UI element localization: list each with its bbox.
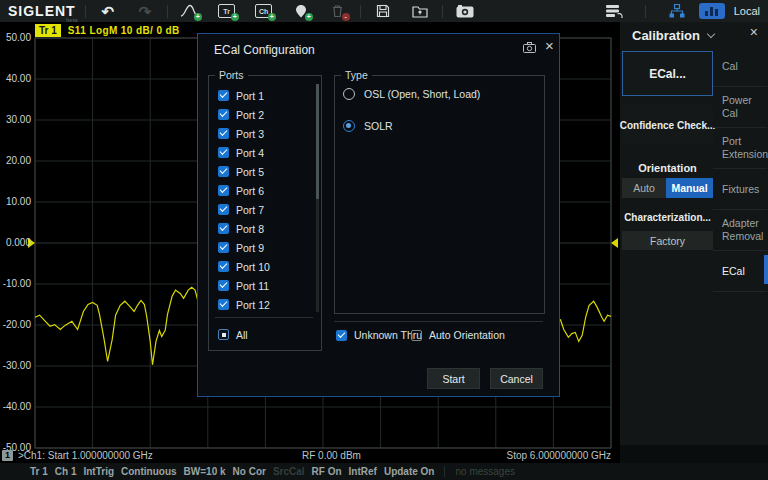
unknown-thru-checkbox-checked[interactable] [336, 330, 347, 341]
port-checkbox-checked[interactable] [218, 109, 229, 120]
trace-settings-label[interactable]: S11 LogM 10 dB/ 0 dB [68, 25, 180, 36]
port-checkbox-checked[interactable] [218, 147, 229, 158]
port-checkbox-checked[interactable] [218, 166, 229, 177]
ports-separator [215, 317, 313, 318]
toolbar-separator [85, 5, 86, 18]
sidebar-menu-item-port-extension[interactable]: Port Extension [713, 128, 767, 169]
add-marker-icon[interactable]: + [288, 2, 314, 20]
y-axis-label: 10.00 [0, 196, 31, 207]
port-checkbox-checked[interactable] [218, 261, 229, 272]
start-frequency-label[interactable]: >Ch1: Start 1.000000000 GHz [18, 450, 153, 461]
rf-power-label[interactable]: RF 0.00 dBm [302, 450, 361, 461]
status-item-tr-1[interactable]: Tr 1 [30, 466, 48, 477]
port-checkbox-checked[interactable] [218, 204, 229, 215]
confidence-check-button[interactable]: Confidence Check... [622, 105, 713, 145]
trace-badge[interactable]: Tr 1 [35, 24, 61, 37]
unknown-thru-row[interactable]: Unknown Thru [336, 328, 422, 342]
local-mode-label[interactable]: Local [734, 5, 760, 17]
remote-display-icon[interactable] [699, 3, 725, 19]
add-channel-icon[interactable]: Ch+ [251, 2, 277, 20]
sidebar-title[interactable]: Calibration [632, 28, 714, 43]
sidebar-menu-item-cal[interactable]: Cal [713, 46, 767, 87]
status-item-no-cor[interactable]: No Cor [233, 466, 266, 477]
sidebar-menu-item-adapter-removal[interactable]: Adapter Removal [713, 210, 767, 251]
type-group-label: Type [341, 69, 372, 81]
port-checkbox-row[interactable]: Port 10 [218, 257, 310, 276]
screenshot-icon[interactable] [452, 2, 478, 20]
port-label: Port 1 [236, 90, 264, 102]
y-axis-label: 30.00 [0, 114, 31, 125]
open-icon[interactable] [407, 2, 433, 20]
status-item-srccal[interactable]: SrcCal [273, 466, 305, 477]
port-checkbox-row[interactable]: Port 5 [218, 162, 310, 181]
calibration-sidebar: Calibration × ECal... Confidence Check..… [620, 22, 768, 445]
all-ports-checkbox-indeterminate[interactable] [218, 329, 229, 340]
system-stack-icon[interactable] [601, 2, 627, 20]
ecal-button[interactable]: ECal... [622, 51, 713, 96]
radio-selected[interactable] [343, 120, 355, 132]
port-checkbox-row[interactable]: Port 2 [218, 105, 310, 124]
status-item-continuous[interactable]: Continuous [121, 466, 177, 477]
port-checkbox-checked[interactable] [218, 90, 229, 101]
port-checkbox-row[interactable]: Port 4 [218, 143, 310, 162]
network-icon[interactable] [664, 2, 690, 20]
dialog-screenshot-icon[interactable] [523, 42, 536, 53]
toolbar-separator [360, 5, 361, 18]
port-checkbox-checked[interactable] [218, 280, 229, 291]
radio-unselected[interactable] [343, 88, 355, 100]
y-axis-label: 0.000 [0, 237, 31, 248]
osl-option-label: OSL (Open, Short, Load) [364, 88, 480, 100]
port-checkbox-row[interactable]: Port 6 [218, 181, 310, 200]
osl-option-row[interactable]: OSL (Open, Short, Load) [343, 88, 480, 100]
auto-orientation-checkbox-unchecked[interactable] [411, 330, 422, 341]
cancel-button[interactable]: Cancel [490, 368, 543, 389]
status-item-bw-10-k[interactable]: BW=10 k [184, 466, 226, 477]
factory-button[interactable]: Factory [622, 231, 713, 250]
sidebar-menu-item-power-cal[interactable]: Power Cal [713, 87, 767, 128]
port-checkbox-checked[interactable] [218, 242, 229, 253]
port-checkbox-row[interactable]: Port 12 [218, 295, 310, 314]
port-checkbox-checked[interactable] [218, 223, 229, 234]
dialog-close-icon[interactable]: × [545, 38, 554, 53]
port-checkbox-row[interactable]: Port 7 [218, 200, 310, 219]
sidebar-close-icon[interactable]: × [750, 25, 758, 39]
undo-icon[interactable]: ↶ [95, 2, 121, 20]
solr-option-row[interactable]: SOLR [343, 120, 393, 132]
save-icon[interactable] [370, 2, 396, 20]
orientation-auto-toggle[interactable]: Auto [622, 178, 666, 198]
add-trace-icon[interactable]: Tr+ [214, 2, 240, 20]
sidebar-menu-item-ecal[interactable]: ECal [713, 251, 767, 292]
port-checkbox-row[interactable]: Port 8 [218, 219, 310, 238]
channel-badge[interactable]: 1 [2, 450, 13, 461]
s11-trace [35, 287, 197, 365]
status-item-intref[interactable]: IntRef [349, 466, 377, 477]
status-item-update-on[interactable]: Update On [384, 466, 435, 477]
add-measurement-icon[interactable]: + [177, 2, 203, 20]
port-checkbox-checked[interactable] [218, 128, 229, 139]
toolbar-separator [167, 5, 168, 18]
vna-application-window: SIGLENT beta ↶ ↷ + Tr+ Ch+ + [0, 0, 768, 480]
port-checkbox-row[interactable]: Port 3 [218, 124, 310, 143]
s11-trace [560, 301, 611, 341]
y-axis-label: 50.00 [0, 32, 31, 43]
port-checkbox-row[interactable]: Port 9 [218, 238, 310, 257]
ports-scrollbar-thumb[interactable] [316, 84, 319, 199]
port-checkbox-checked[interactable] [218, 299, 229, 310]
orientation-manual-toggle[interactable]: Manual [666, 178, 713, 198]
status-item-rf-on[interactable]: RF On [312, 466, 342, 477]
redo-icon[interactable]: ↷ [132, 2, 158, 20]
sidebar-menu-item-fixtures[interactable]: Fixtures [713, 169, 767, 210]
all-ports-row[interactable]: All [218, 325, 248, 344]
status-item-inttrig[interactable]: IntTrig [83, 466, 114, 477]
port-checkbox-checked[interactable] [218, 185, 229, 196]
characterization-button[interactable]: Characterization... [622, 212, 713, 223]
status-item-ch-1[interactable]: Ch 1 [55, 466, 77, 477]
ports-group: Ports Port 1Port 2Port 3Port 4Port 5Port… [208, 75, 322, 351]
stop-frequency-label[interactable]: Stop 6.000000000 GHz [506, 450, 611, 461]
start-button[interactable]: Start [427, 368, 480, 389]
delete-icon[interactable]: - [325, 2, 351, 20]
y-axis-label: -30.00 [0, 360, 31, 371]
port-checkbox-row[interactable]: Port 1 [218, 86, 310, 105]
auto-orientation-row[interactable]: Auto Orientation [411, 328, 505, 342]
port-checkbox-row[interactable]: Port 11 [218, 276, 310, 295]
